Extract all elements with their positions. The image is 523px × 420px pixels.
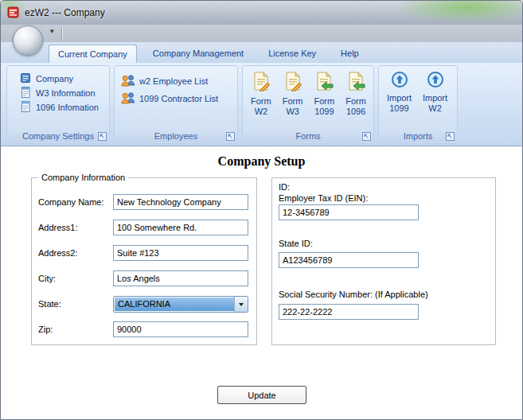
ribbon-item-1099-contractor-list[interactable]: 1099 Contractor List	[115, 90, 237, 107]
state-select-value: CALIFORNIA	[115, 298, 234, 311]
ribbon-button-form-1099[interactable]: Form 1099	[309, 68, 341, 117]
ribbon-button-label: W2	[428, 103, 442, 114]
company-name-label: Company Name:	[38, 194, 104, 210]
state-label: State:	[38, 296, 61, 312]
ssn-input[interactable]	[279, 304, 419, 320]
city-input[interactable]	[113, 270, 248, 286]
forms-items: Form W2 Form W	[243, 66, 373, 117]
form-arrow-icon	[345, 71, 366, 94]
company-information-group: Company Information Company Name: Addres…	[31, 177, 257, 345]
ribbon: Company W3 Information	[1, 63, 522, 146]
dialog-launcher-icon[interactable]	[226, 132, 235, 141]
state-id-label: State ID:	[279, 239, 313, 249]
form-edit-icon	[283, 71, 303, 94]
ribbon-button-label: W2	[255, 107, 268, 117]
address1-label: Address1:	[38, 220, 78, 235]
update-button[interactable]: Update	[217, 386, 306, 404]
state-id-input[interactable]	[279, 252, 419, 268]
zip-label: Zip:	[38, 321, 53, 337]
company-settings-items: Company W3 Information	[7, 66, 109, 115]
dialog-launcher-icon[interactable]	[362, 132, 371, 141]
ribbon-button-label: Form	[251, 96, 271, 107]
app-logo-icon	[7, 6, 20, 19]
employee-list-icon	[121, 74, 135, 88]
ribbon-group-imports: Import 1099 Import W2 Imports	[378, 65, 458, 144]
address2-input[interactable]	[113, 245, 248, 261]
ribbon-item-label: Company	[36, 74, 73, 84]
ribbon-button-label: 1099	[389, 103, 408, 114]
app-window: ezW2 --- Company ▾ Current Company Compa…	[0, 0, 523, 420]
ribbon-button-form-w3[interactable]: Form W3	[277, 68, 309, 117]
zip-input[interactable]	[113, 321, 248, 337]
group-label-imports: Imports	[380, 130, 456, 142]
ribbon-button-label: W3	[286, 107, 299, 117]
quick-access-row: ▾	[1, 25, 522, 42]
group-label-text: Employees	[154, 131, 197, 141]
group-label-text: Company Settings	[22, 131, 94, 141]
ribbon-item-w3-information[interactable]: W3 Information	[7, 86, 109, 100]
ribbon-tab-row: Current Company Company Management Licen…	[1, 42, 522, 63]
ribbon-button-form-w2[interactable]: Form W2	[245, 68, 277, 117]
dialog-launcher-icon[interactable]	[98, 132, 107, 141]
ribbon-item-label: W3 Information	[36, 88, 96, 98]
ribbon-item-w2-employee-list[interactable]: w2 Employee List	[115, 72, 237, 90]
desktop-glow	[393, 0, 523, 23]
company-name-input[interactable]	[113, 194, 248, 210]
ribbon-button-form-1096[interactable]: Form 1096	[340, 68, 372, 117]
form-1096-icon	[19, 100, 32, 115]
page-title: Company Setup	[1, 154, 522, 169]
state-select-dropdown-button[interactable]	[234, 297, 248, 312]
ribbon-group-employees: w2 Employee List 1099 Contractor List	[114, 65, 238, 144]
id-caption: ID:	[279, 182, 290, 192]
address1-input[interactable]	[113, 220, 248, 235]
ribbon-button-label: Form	[283, 96, 303, 107]
ribbon-item-1096-information[interactable]: 1096 Infomation	[7, 100, 109, 115]
qat-separator	[61, 27, 62, 39]
id-group: ID: Employer Tax ID (EIN): State ID: Soc…	[271, 177, 496, 345]
employees-items: w2 Employee List 1099 Contractor List	[115, 66, 237, 107]
tab-help[interactable]: Help	[332, 45, 368, 63]
ribbon-button-label: 1096	[346, 107, 365, 117]
ssn-label: Social Security Number: (If Applicable)	[279, 290, 428, 300]
city-label: City:	[38, 270, 56, 286]
ribbon-item-label: 1099 Contractor List	[139, 94, 218, 103]
titlebar: ezW2 --- Company	[1, 1, 522, 25]
ribbon-button-label: Import	[387, 93, 412, 103]
tab-company-management[interactable]: Company Management	[144, 45, 252, 63]
tab-license-key[interactable]: License Key	[260, 45, 325, 63]
contractor-list-icon	[121, 91, 135, 106]
qat-dropdown-icon[interactable]: ▾	[50, 27, 54, 35]
ribbon-group-company-settings: Company W3 Information	[6, 65, 110, 144]
group-label-forms: Forms	[244, 130, 373, 142]
group-label-employees: Employees	[115, 130, 236, 142]
tab-strip: Current Company Company Management Licen…	[49, 45, 375, 63]
group-label-company-settings: Company Settings	[8, 130, 108, 142]
chevron-down-icon	[239, 303, 244, 306]
ribbon-item-label: w2 Employee List	[139, 76, 208, 86]
ribbon-item-label: 1096 Infomation	[36, 103, 99, 112]
ribbon-button-label: Import	[423, 93, 447, 103]
ribbon-group-forms: Form W2 Form W	[242, 65, 374, 144]
company-icon	[19, 72, 32, 86]
ribbon-button-import-1099[interactable]: Import 1099	[381, 68, 417, 114]
w3-form-icon	[19, 86, 32, 100]
company-information-legend: Company Information	[38, 173, 128, 182]
ein-input[interactable]	[279, 204, 419, 220]
import-icon	[427, 71, 444, 91]
form-arrow-icon	[314, 71, 334, 94]
dialog-launcher-icon[interactable]	[446, 132, 455, 141]
ein-label: Employer Tax ID (EIN):	[279, 193, 368, 204]
imports-items: Import 1099 Import W2	[379, 66, 457, 114]
group-label-text: Imports	[404, 131, 433, 141]
window-title: ezW2 --- Company	[25, 7, 105, 18]
main-panel: Company Setup Company Information Compan…	[1, 146, 522, 419]
tab-current-company[interactable]: Current Company	[49, 45, 137, 63]
state-select[interactable]: CALIFORNIA	[113, 296, 248, 313]
form-edit-icon	[251, 71, 271, 94]
ribbon-item-company[interactable]: Company	[7, 72, 109, 86]
application-menu-button[interactable]	[13, 25, 43, 56]
import-icon	[391, 71, 408, 91]
ribbon-button-label: 1099	[314, 107, 334, 117]
ribbon-button-import-w2[interactable]: Import W2	[417, 68, 453, 114]
address2-label: Address2:	[38, 245, 78, 261]
